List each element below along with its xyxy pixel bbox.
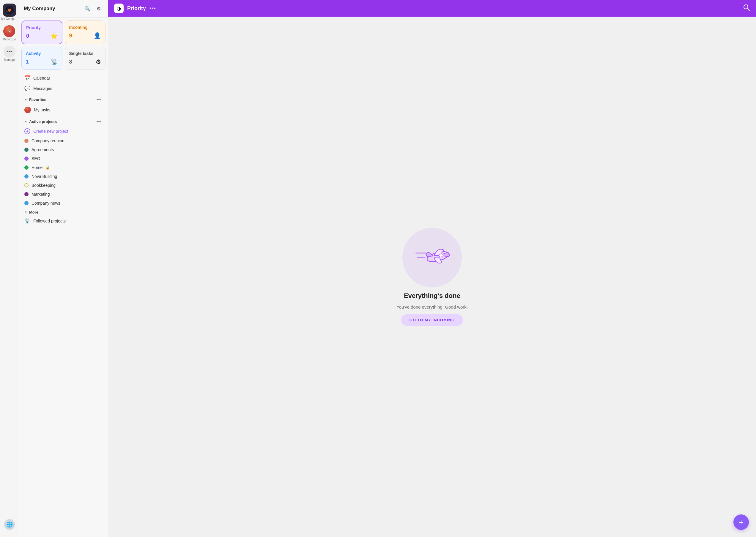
rail-nozbe-item[interactable]: N My Nozbe xyxy=(3,25,16,41)
my-tasks-label: My tasks xyxy=(34,107,50,112)
activity-card-footer: 1 📡 xyxy=(26,58,58,65)
search-button[interactable]: 🔍 xyxy=(83,4,92,13)
project-dot-seo xyxy=(24,156,28,161)
active-projects-label: Active projects xyxy=(29,119,57,124)
project-dot-home xyxy=(24,165,28,170)
sidebar-content: Priority 0 ⭐ Incoming 9 👤 Activity 1 📡 xyxy=(19,18,108,537)
svg-point-6 xyxy=(24,106,31,113)
topbar: ◑ Priority ••• xyxy=(108,0,756,17)
priority-card-label: Priority xyxy=(26,25,58,30)
messages-icon: 💬 xyxy=(24,86,30,91)
followed-projects-nav-item[interactable]: 📡 Followed projects xyxy=(22,216,106,226)
manage-label: Manage xyxy=(4,58,15,62)
project-label-company-news: Company news xyxy=(31,201,60,206)
project-marketing[interactable]: Marketing xyxy=(22,190,106,199)
project-bookkeeping[interactable]: Bookkeeping xyxy=(22,181,106,190)
favorites-label: Favorites xyxy=(29,98,46,102)
project-nova-building[interactable]: Nova Building xyxy=(22,172,106,181)
followed-projects-icon: 📡 xyxy=(24,218,30,224)
center-content: Everything's done You've done everything… xyxy=(108,17,756,537)
priority-card-footer: 0 ⭐ xyxy=(26,32,58,39)
project-dot-company-reunion xyxy=(24,139,28,143)
empty-title: Everything's done xyxy=(404,292,460,300)
manage-icon[interactable]: ••• xyxy=(4,46,16,58)
calendar-nav-item[interactable]: 📅 Calendar xyxy=(22,73,106,83)
sidebar-title: My Company xyxy=(24,6,55,12)
topbar-right xyxy=(743,4,750,13)
app-label: My Company xyxy=(1,17,18,21)
create-new-project-item[interactable]: + Create new project xyxy=(22,126,106,136)
fab-add-icon: + xyxy=(739,518,743,527)
rail-app-item[interactable]: My Company xyxy=(1,4,18,21)
activity-feed-icon: 📡 xyxy=(51,58,58,65)
project-label-marketing: Marketing xyxy=(31,192,50,197)
sidebar-header: My Company 🔍 ⚙ xyxy=(19,0,108,18)
more-section-header: ▼ More xyxy=(22,208,106,216)
svg-line-8 xyxy=(748,9,750,11)
svg-point-9 xyxy=(747,6,748,7)
project-home[interactable]: Home 🔒 xyxy=(22,163,106,172)
project-agreements[interactable]: Agreements xyxy=(22,145,106,154)
more-chevron: ▼ xyxy=(24,211,27,214)
my-tasks-avatar xyxy=(24,106,31,113)
single-tasks-card-count: 3 xyxy=(69,59,72,65)
project-label-home: Home xyxy=(31,165,42,170)
topbar-search-icon[interactable] xyxy=(743,4,750,13)
more-label: More xyxy=(29,210,38,215)
active-projects-more-button[interactable]: ••• xyxy=(95,118,103,125)
project-seo[interactable]: SEO xyxy=(22,154,106,163)
project-company-news[interactable]: Company news xyxy=(22,199,106,208)
incoming-card[interactable]: Incoming 9 👤 xyxy=(65,21,106,44)
incoming-card-label: Incoming xyxy=(69,25,101,30)
project-dot-marketing xyxy=(24,192,28,196)
topbar-more-button[interactable]: ••• xyxy=(150,5,156,12)
nozbe-avatar[interactable]: N xyxy=(3,25,15,37)
calendar-icon: 📅 xyxy=(24,75,30,81)
project-company-reunion[interactable]: Company reunion xyxy=(22,136,106,145)
activity-card[interactable]: Activity 1 📡 xyxy=(22,47,63,70)
project-dot-nova-building xyxy=(24,174,28,179)
messages-nav-item[interactable]: 💬 Messages xyxy=(22,83,106,94)
priority-card-count: 0 xyxy=(26,33,29,39)
project-dot-company-news xyxy=(24,201,28,205)
single-tasks-icon: ⚙ xyxy=(96,58,101,65)
app-logo-icon[interactable] xyxy=(3,4,16,17)
favorites-more-button[interactable]: ••• xyxy=(95,96,103,103)
globe-icon[interactable]: 🌐 xyxy=(4,519,15,530)
incoming-card-footer: 9 👤 xyxy=(69,32,101,39)
fab-add-button[interactable]: + xyxy=(734,515,749,530)
activity-card-label: Activity xyxy=(26,51,58,56)
favorites-chevron: ▼ xyxy=(24,98,27,101)
my-tasks-nav-item[interactable]: My tasks xyxy=(22,104,106,115)
icon-rail: My Company N My Nozbe ••• Manage 🌐 xyxy=(0,0,19,537)
topbar-logo: ◑ xyxy=(114,4,124,13)
go-to-incoming-button[interactable]: GO TO MY INCOMING xyxy=(401,314,463,326)
add-project-icon: + xyxy=(24,128,30,134)
project-dot-agreements xyxy=(24,147,28,152)
topbar-title: Priority xyxy=(127,5,146,12)
favorites-section-header: ▼ Favorites ••• xyxy=(22,94,106,104)
active-projects-chevron: ▼ xyxy=(24,120,27,123)
plane-illustration xyxy=(402,228,462,287)
nozbe-label: My Nozbe xyxy=(3,38,16,41)
priority-star-icon: ⭐ xyxy=(50,32,58,39)
priority-card[interactable]: Priority 0 ⭐ xyxy=(22,21,63,44)
project-label-agreements: Agreements xyxy=(31,147,54,152)
project-label-bookkeeping: Bookkeeping xyxy=(31,183,56,188)
single-tasks-card-footer: 3 ⚙ xyxy=(69,58,101,65)
main-area: ◑ Priority ••• xyxy=(108,0,756,537)
calendar-label: Calendar xyxy=(33,76,50,80)
settings-button[interactable]: ⚙ xyxy=(94,4,103,13)
single-tasks-card-label: Single tasks xyxy=(69,51,101,56)
active-projects-section-header: ▼ Active projects ••• xyxy=(22,115,106,126)
rail-manage-item[interactable]: ••• Manage xyxy=(4,46,16,62)
empty-subtitle: You've done everything. Good work! xyxy=(396,305,468,310)
activity-card-count: 1 xyxy=(26,59,29,65)
single-tasks-card[interactable]: Single tasks 3 ⚙ xyxy=(65,47,106,70)
incoming-card-count: 9 xyxy=(69,33,72,39)
project-label-nova-building: Nova Building xyxy=(31,174,57,179)
project-label-company-reunion: Company reunion xyxy=(31,139,65,143)
sidebar: My Company 🔍 ⚙ Priority 0 ⭐ Incoming 9 👤 xyxy=(19,0,108,537)
svg-text:N: N xyxy=(8,29,11,34)
home-lock-icon: 🔒 xyxy=(45,165,50,170)
